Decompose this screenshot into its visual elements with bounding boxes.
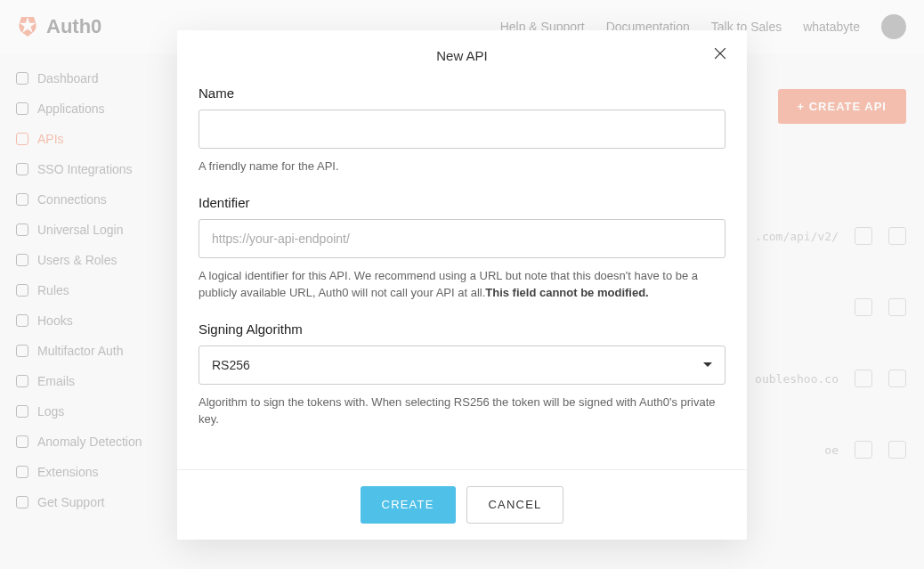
identifier-input[interactable] [199, 219, 725, 258]
modal-header: New API [177, 30, 747, 75]
identifier-help: A logical identifier for this API. We re… [199, 267, 725, 302]
algorithm-label: Signing Algorithm [199, 321, 725, 337]
form-group-name: Name A friendly name for the API. [199, 85, 725, 175]
modal-overlay: New API Name A friendly name for the API… [0, 0, 924, 569]
name-input[interactable] [199, 110, 725, 149]
form-group-algorithm: Signing Algorithm RS256 Algorithm to sig… [199, 321, 725, 428]
name-help: A friendly name for the API. [199, 158, 725, 175]
algorithm-help: Algorithm to sign the tokens with. When … [199, 394, 725, 428]
new-api-modal: New API Name A friendly name for the API… [177, 30, 747, 540]
close-icon[interactable] [711, 45, 729, 62]
algorithm-select[interactable]: RS256 [199, 345, 725, 385]
algorithm-value: RS256 [212, 358, 250, 372]
modal-body: Name A friendly name for the API. Identi… [177, 75, 747, 469]
modal-title: New API [436, 48, 488, 63]
identifier-label: Identifier [199, 195, 725, 210]
form-group-identifier: Identifier A logical identifier for this… [199, 195, 725, 302]
create-button[interactable]: CREATE [361, 486, 456, 524]
modal-footer: CREATE CANCEL [177, 469, 747, 540]
cancel-button[interactable]: CANCEL [466, 486, 564, 524]
identifier-help-bold: This field cannot be modified. [485, 286, 648, 299]
name-label: Name [199, 85, 725, 101]
chevron-down-icon [703, 362, 712, 367]
